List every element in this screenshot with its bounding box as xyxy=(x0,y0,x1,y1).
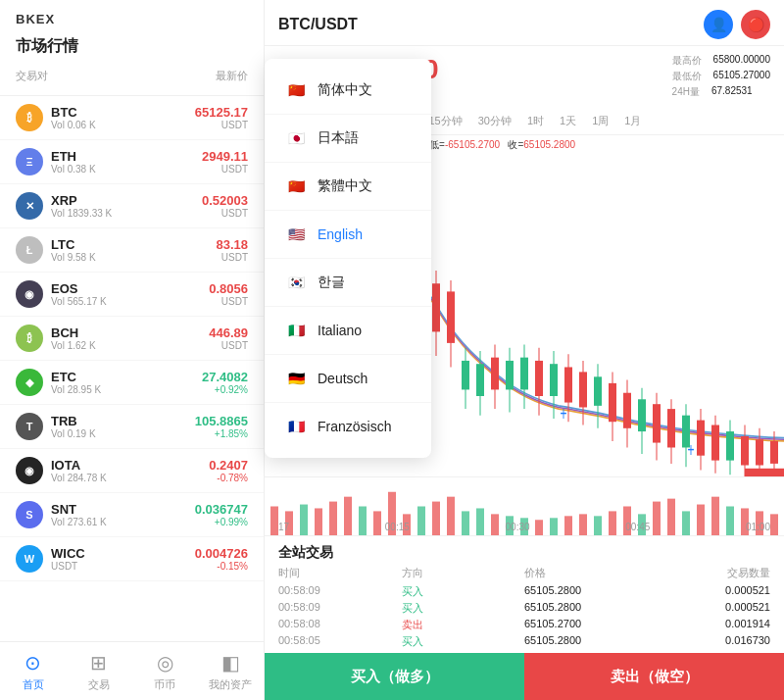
coin-quote: USDT xyxy=(221,252,248,263)
svg-rect-76 xyxy=(300,505,308,535)
trade-headers: 时间方向价格交易数量 xyxy=(278,566,770,580)
coin-name: IOTA xyxy=(51,458,107,473)
trade-price: 65105.2800 xyxy=(524,601,648,616)
brand-logo: BKEX xyxy=(16,12,248,26)
nav-item-我的资产[interactable]: ◧ 我的资产 xyxy=(198,642,264,700)
nav-label-0: 首页 xyxy=(23,677,44,692)
svg-rect-29 xyxy=(476,364,484,396)
svg-rect-27 xyxy=(462,361,469,390)
time-label-1: 17 xyxy=(278,522,289,532)
lang-flag: 🇩🇪 xyxy=(284,367,308,390)
nav-label-2: 币币 xyxy=(154,677,175,692)
user-icon[interactable]: 👤 xyxy=(704,10,733,39)
coin-vol: Vol 565.17 K xyxy=(51,296,107,307)
lang-item-English[interactable]: 🇺🇸 English xyxy=(265,211,431,259)
action-buttons: 买入（做多） 卖出（做空） xyxy=(265,653,784,700)
lang-item-日本語[interactable]: 🇯🇵 日本語 xyxy=(265,115,431,163)
svg-text:+: + xyxy=(560,402,566,424)
coin-price: 2949.11 xyxy=(202,149,248,164)
avatar-icon[interactable]: 🔴 xyxy=(741,10,770,39)
svg-rect-95 xyxy=(579,514,587,535)
trade-list: 00:58:09 买入 65105.2800 0.000521 00:58:09… xyxy=(278,584,770,649)
svg-rect-85 xyxy=(432,502,440,535)
coin-icon-wicc: W xyxy=(16,545,43,573)
coin-vol: Vol 9.58 K xyxy=(51,252,96,263)
svg-rect-25 xyxy=(447,291,455,342)
coin-icon-etc: ◆ xyxy=(16,369,43,396)
nav-icon-3: ◧ xyxy=(221,651,240,675)
timeframe-1天[interactable]: 1天 xyxy=(555,112,581,130)
svg-rect-67 xyxy=(756,439,763,465)
coin-item[interactable]: Ξ ETH Vol 0.38 K 2949.11 USDT xyxy=(0,140,264,184)
trade-qty: 0.016730 xyxy=(648,634,771,649)
nav-item-交易[interactable]: ⊞ 交易 xyxy=(66,642,131,700)
coin-vol: USDT xyxy=(51,561,85,572)
price-right-stats: 最高价 65800.00000 最低价 65105.27000 24H量 67.… xyxy=(672,54,770,99)
coin-item[interactable]: W WICC USDT 0.004726 -0.15% xyxy=(0,537,264,581)
lang-item-한글[interactable]: 🇰🇷 한글 xyxy=(265,259,431,307)
trade-section: 全站交易 时间方向价格交易数量 00:58:09 买入 65105.2800 0… xyxy=(265,535,784,653)
app-container: BKEX 市场行情 交易对 最新价 ₿ BTC Vol 0.06 K 65125… xyxy=(0,0,784,700)
svg-rect-104 xyxy=(711,497,719,535)
coin-quote: USDT xyxy=(221,120,248,130)
col-pair-label: 交易对 xyxy=(16,69,48,83)
coin-item[interactable]: ◉ EOS Vol 565.17 K 0.8056 USDT xyxy=(0,273,264,317)
col-headers: 交易对 最新价 xyxy=(16,65,248,87)
trade-header: 方向 xyxy=(402,566,525,580)
coin-name: SNT xyxy=(51,502,107,517)
lang-name: 日本語 xyxy=(318,129,359,147)
coin-change: -0.78% xyxy=(217,473,248,483)
coin-name: ETH xyxy=(51,149,96,164)
timeframe-1时[interactable]: 1时 xyxy=(522,112,549,130)
coin-vol: Vol 284.78 K xyxy=(51,473,107,483)
lang-name: English xyxy=(318,226,363,242)
coin-item[interactable]: ✕ XRP Vol 1839.33 K 0.52003 USDT xyxy=(0,184,264,228)
coin-price: 105.8865 xyxy=(195,414,248,428)
svg-text:+: + xyxy=(687,439,694,461)
lang-item-Französisch[interactable]: 🇫🇷 Französisch xyxy=(265,403,431,450)
svg-rect-45 xyxy=(594,376,602,406)
coin-item[interactable]: Ł LTC Vol 9.58 K 83.18 USDT xyxy=(0,228,264,273)
nav-item-币币[interactable]: ◎ 币币 xyxy=(132,642,198,700)
coin-item[interactable]: ◆ ETC Vol 28.95 K 27.4082 +0.92% xyxy=(0,361,264,405)
coin-icon-eth: Ξ xyxy=(16,148,43,175)
coin-price: 27.4082 xyxy=(202,370,248,384)
svg-rect-96 xyxy=(594,516,602,535)
trade-qty: 0.001914 xyxy=(648,618,771,632)
lang-item-Deutsch[interactable]: 🇩🇪 Deutsch xyxy=(265,355,431,403)
coin-item[interactable]: ₿ BTC Vol 0.06 K 65125.17 USDT xyxy=(0,96,264,140)
right-header: BTC/USDT 👤 🔴 xyxy=(265,0,784,46)
coin-item[interactable]: S SNT Vol 273.61 K 0.036747 +0.99% xyxy=(0,493,264,537)
volume-area: 17 00:15 00:30 00:45 01:00 xyxy=(265,476,784,535)
nav-icon-2: ◎ xyxy=(157,651,173,675)
coin-item[interactable]: ◉ IOTA Vol 284.78 K 0.2407 -0.78% xyxy=(0,449,264,493)
coin-icon-btc: ₿ xyxy=(16,104,43,131)
trade-header: 交易数量 xyxy=(648,566,771,580)
timeframe-1月[interactable]: 1月 xyxy=(619,112,646,130)
svg-rect-59 xyxy=(697,421,705,456)
svg-rect-61 xyxy=(711,425,719,461)
lang-item-简体中文[interactable]: 🇨🇳 简体中文 xyxy=(265,67,431,115)
coin-name: ETC xyxy=(51,370,101,384)
coin-vol: Vol 28.95 K xyxy=(51,384,101,395)
timeframe-30分钟[interactable]: 30分钟 xyxy=(473,112,516,130)
nav-item-首页[interactable]: ⊙ 首页 xyxy=(0,642,66,700)
coin-icon-iota: ◉ xyxy=(16,457,43,484)
sell-button[interactable]: 卖出（做空） xyxy=(524,653,784,700)
low-label: 最低价 xyxy=(672,70,702,83)
coin-price: 0.2407 xyxy=(209,458,248,473)
lang-flag: 🇰🇷 xyxy=(284,271,308,294)
coin-change: -0.15% xyxy=(217,561,248,572)
svg-rect-86 xyxy=(447,497,455,535)
svg-rect-100 xyxy=(653,502,661,535)
svg-rect-77 xyxy=(315,508,322,535)
coin-item[interactable]: T TRB Vol 0.19 K 105.8865 +1.85% xyxy=(0,405,264,449)
trade-row: 00:58:05 买入 65105.2800 0.016730 xyxy=(278,634,770,649)
coin-price: 65125.17 xyxy=(195,105,248,120)
timeframe-1周[interactable]: 1周 xyxy=(587,112,613,130)
lang-item-繁體中文[interactable]: 🇨🇳 繁體中文 xyxy=(265,163,431,211)
lang-item-Italiano[interactable]: 🇮🇹 Italiano xyxy=(265,307,431,355)
coin-item[interactable]: ₿ BCH Vol 1.62 K 446.89 USDT xyxy=(0,317,264,361)
buy-button[interactable]: 买入（做多） xyxy=(265,653,524,700)
coin-name: TRB xyxy=(51,414,96,428)
